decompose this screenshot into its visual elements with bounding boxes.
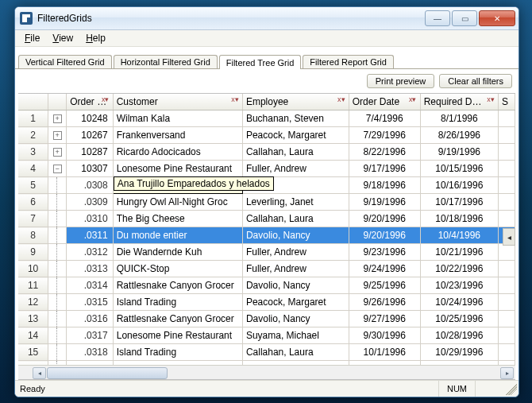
col-s[interactable]: S [499, 94, 515, 110]
tree-column-header[interactable] [48, 94, 67, 110]
cell-employee[interactable]: Davolio, Nancy [242, 277, 349, 294]
cell-customer[interactable]: Du monde entier [113, 227, 242, 244]
cell-customer[interactable]: The Big Cheese [113, 211, 242, 227]
cell-order-id[interactable]: .0312 [67, 244, 114, 261]
cell-customer[interactable]: Ana Trujillo Emparedados y helados [113, 177, 242, 194]
cell-order-id[interactable]: .0308 [67, 177, 114, 194]
cell-s[interactable] [499, 110, 515, 127]
table-row[interactable]: 15.0318Island TradingCallahan, Laura10/1… [18, 344, 515, 361]
row-header[interactable]: 4 [18, 161, 48, 177]
cell-s[interactable] [499, 211, 515, 227]
cell-required-date[interactable]: 10/17/1996 [420, 194, 498, 211]
table-row[interactable]: 13.0316Rattlesnake Canyon GrocerDavolio,… [18, 311, 515, 327]
expand-icon[interactable]: + [53, 148, 62, 157]
cell-customer[interactable]: Island Trading [113, 294, 242, 311]
cell-employee[interactable]: Leverling, Janet [242, 194, 349, 211]
cell-customer[interactable]: Hungry Owl All-Night Groc [113, 194, 242, 211]
cell-required-date[interactable]: 8/26/1996 [420, 127, 498, 144]
menu-view[interactable]: View [46, 31, 79, 45]
cell-s[interactable] [499, 194, 515, 211]
row-header[interactable]: 5 [18, 177, 48, 194]
row-header[interactable]: 9 [18, 244, 48, 261]
cell-employee[interactable]: Peacock, Margaret [242, 127, 349, 144]
table-row[interactable]: 6.0309Hungry Owl All-Night GrocLeverling… [18, 194, 515, 211]
cell-order-date[interactable]: 7/29/1996 [349, 127, 420, 144]
col-employee[interactable]: Employeex▾ [242, 94, 349, 110]
tab-horizontal-filtered-grid[interactable]: Horizontal Filtered Grid [114, 55, 218, 68]
cell-required-date[interactable]: 10/29/1996 [420, 344, 498, 361]
cell-order-date[interactable]: 9/20/1996 [349, 211, 420, 227]
table-row[interactable]: 4−10307Lonesome Pine RestaurantFuller, A… [18, 161, 515, 177]
cell-customer[interactable]: Ricardo Adocicados [113, 144, 242, 161]
filter-icon[interactable]: x▾ [407, 95, 418, 107]
cell-order-date[interactable]: 9/23/1996 [349, 244, 420, 261]
menu-help[interactable]: Help [79, 31, 112, 45]
tree-cell[interactable] [48, 261, 67, 277]
cell-employee[interactable]: Davolio, Nancy [242, 227, 349, 244]
row-header[interactable]: 10 [18, 261, 48, 277]
row-header[interactable]: 11 [18, 277, 48, 294]
cell-required-date[interactable]: 10/21/1996 [420, 244, 498, 261]
cell-employee[interactable]: Fuller, Andrew [242, 161, 349, 177]
cell-order-id[interactable]: .0313 [67, 261, 114, 277]
row-header[interactable]: 14 [18, 327, 48, 344]
close-button[interactable]: ✕ [479, 10, 515, 26]
cell-customer[interactable]: Rattlesnake Canyon Grocer [113, 277, 242, 294]
col-required-date[interactable]: Required D…x▾ [420, 94, 498, 110]
resize-grip[interactable] [506, 384, 517, 395]
cell-order-id[interactable]: .0316 [67, 311, 114, 327]
tree-cell[interactable] [48, 244, 67, 261]
table-row[interactable]: 2+10267FrankenversandPeacock, Margaret7/… [18, 127, 515, 144]
cell-required-date[interactable]: 10/28/1996 [420, 327, 498, 344]
tab-filtered-report-grid[interactable]: Filtered Report Grid [303, 55, 394, 68]
clear-all-filters-button[interactable]: Clear all filters [439, 74, 512, 88]
table-row[interactable]: 10.0313QUICK-StopFuller, Andrew9/24/1996… [18, 261, 515, 277]
cell-order-date[interactable]: 8/22/1996 [349, 144, 420, 161]
row-header[interactable]: 12 [18, 294, 48, 311]
table-row[interactable]: 5.0308Ana Trujillo Emparedados y helados… [18, 177, 515, 194]
row-header[interactable]: 1 [18, 110, 48, 127]
tree-cell[interactable] [48, 177, 67, 194]
cell-s[interactable] [499, 277, 515, 294]
cell-required-date[interactable]: 10/23/1996 [420, 277, 498, 294]
filter-icon[interactable]: x▾ [229, 95, 241, 107]
cell-s[interactable] [499, 244, 515, 261]
cell-required-date[interactable]: 10/15/1996 [420, 161, 498, 177]
cell-order-id[interactable]: .0309 [67, 194, 114, 211]
cell-order-id[interactable]: .0317 [67, 327, 114, 344]
cell-customer[interactable]: Die Wandernde Kuh [113, 244, 242, 261]
cell-employee[interactable]: Buchanan, Steven [242, 110, 349, 127]
col-order-id[interactable]: Order …x▾ [67, 94, 114, 110]
tree-cell[interactable] [48, 277, 67, 294]
cell-order-id[interactable]: .0310 [67, 211, 114, 227]
table-row[interactable]: 12.0315Island TradingPeacock, Margaret9/… [18, 294, 515, 311]
tree-cell[interactable]: + [48, 144, 67, 161]
cell-order-date[interactable]: 9/27/1996 [349, 311, 420, 327]
menu-file[interactable]: File [18, 31, 46, 45]
cell-order-id[interactable]: .0315 [67, 294, 114, 311]
cell-customer[interactable]: Wilman Kala [113, 110, 242, 127]
tree-cell[interactable]: + [48, 127, 67, 144]
cell-order-date[interactable]: 7/4/1996 [349, 110, 420, 127]
tab-filtered-tree-grid[interactable]: Filtered Tree Grid [219, 55, 302, 69]
col-order-date[interactable]: Order Datex▾ [349, 94, 420, 110]
tree-cell[interactable] [48, 327, 67, 344]
cell-required-date[interactable]: 10/22/1996 [420, 261, 498, 277]
tree-cell[interactable] [48, 311, 67, 327]
cell-s[interactable] [499, 311, 515, 327]
cell-order-id[interactable]: 10267 [67, 127, 114, 144]
cell-order-date[interactable]: 9/18/1996 [349, 177, 420, 194]
cell-s[interactable] [499, 127, 515, 144]
cell-customer[interactable]: Rattlesnake Canyon Grocer [113, 311, 242, 327]
cell-required-date[interactable]: 10/25/1996 [420, 311, 498, 327]
cell-employee[interactable]: Fuller, Andrew [242, 244, 349, 261]
row-header[interactable]: 8 [18, 227, 48, 244]
cell-s[interactable] [499, 294, 515, 311]
filter-icon[interactable]: x▾ [485, 95, 496, 107]
table-row[interactable]: 9.0312Die Wandernde KuhFuller, Andrew9/2… [18, 244, 515, 261]
table-row[interactable]: 14.0317Lonesome Pine RestaurantSuyama, M… [18, 327, 515, 344]
cell-order-date[interactable]: 9/30/1996 [349, 327, 420, 344]
cell-required-date[interactable]: 10/18/1996 [420, 211, 498, 227]
cell-required-date[interactable]: 10/24/1996 [420, 294, 498, 311]
cell-s[interactable] [499, 344, 515, 361]
